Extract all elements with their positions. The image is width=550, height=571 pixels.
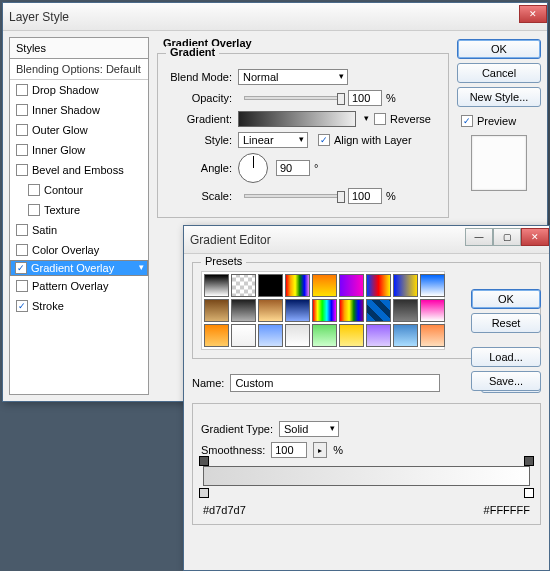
preset-swatch[interactable] <box>231 324 256 347</box>
style-checkbox[interactable] <box>16 104 28 116</box>
smoothness-step[interactable]: ▸ <box>313 442 327 458</box>
opacity-slider[interactable] <box>244 96 342 100</box>
style-item-label: Bevel and Emboss <box>32 164 124 176</box>
style-checkbox[interactable] <box>16 124 28 136</box>
style-checkbox[interactable] <box>28 204 40 216</box>
style-checkbox[interactable] <box>16 84 28 96</box>
angle-dial[interactable] <box>238 153 268 183</box>
scale-slider[interactable] <box>244 194 342 198</box>
gradient-editor-window: Gradient Editor — ▢ ✕ Presets OK Reset L… <box>183 225 550 571</box>
titlebar[interactable]: Layer Style ✕ <box>3 3 547 31</box>
style-item-drop-shadow[interactable]: Drop Shadow <box>10 80 148 100</box>
save-button[interactable]: Save... <box>471 371 541 391</box>
styles-list: Styles Blending Options: Default Drop Sh… <box>9 37 149 395</box>
scale-input[interactable]: 100 <box>348 188 382 204</box>
preset-swatch[interactable] <box>258 274 283 297</box>
color-stop-left[interactable] <box>199 488 209 498</box>
smoothness-input[interactable]: 100 <box>271 442 307 458</box>
blending-options-default[interactable]: Blending Options: Default <box>10 59 148 80</box>
style-checkbox[interactable] <box>16 164 28 176</box>
close-icon[interactable]: ✕ <box>521 228 549 246</box>
style-item-color-overlay[interactable]: Color Overlay <box>10 240 148 260</box>
preset-swatch[interactable] <box>420 299 445 322</box>
preset-swatch[interactable] <box>258 324 283 347</box>
angle-label: Angle: <box>166 162 238 174</box>
preset-swatch[interactable] <box>339 299 364 322</box>
preset-swatch[interactable] <box>393 274 418 297</box>
style-item-texture[interactable]: Texture <box>10 200 148 220</box>
preset-swatch[interactable] <box>231 299 256 322</box>
style-checkbox[interactable] <box>16 300 28 312</box>
name-input[interactable]: Custom <box>230 374 440 392</box>
style-select[interactable]: Linear <box>238 132 308 148</box>
presets-label: Presets <box>201 255 246 267</box>
scale-label: Scale: <box>166 190 238 202</box>
style-checkbox[interactable] <box>16 224 28 236</box>
preset-swatch[interactable] <box>339 274 364 297</box>
style-item-label: Texture <box>44 204 80 216</box>
preset-swatch[interactable] <box>339 324 364 347</box>
preset-swatch[interactable] <box>312 324 337 347</box>
preset-swatch[interactable] <box>393 299 418 322</box>
style-checkbox[interactable] <box>16 244 28 256</box>
style-item-outer-glow[interactable]: Outer Glow <box>10 120 148 140</box>
preset-swatch[interactable] <box>258 299 283 322</box>
opacity-stop-right[interactable] <box>524 456 534 466</box>
reverse-checkbox[interactable] <box>374 113 386 125</box>
styles-header[interactable]: Styles <box>10 38 148 59</box>
style-item-label: Satin <box>32 224 57 236</box>
preview-checkbox[interactable] <box>461 115 473 127</box>
style-item-gradient-overlay[interactable]: Gradient Overlay <box>10 260 148 276</box>
style-checkbox[interactable] <box>16 280 28 292</box>
color-stop-right[interactable] <box>524 488 534 498</box>
reset-button[interactable]: Reset <box>471 313 541 333</box>
preset-swatch[interactable] <box>204 324 229 347</box>
style-item-stroke[interactable]: Stroke <box>10 296 148 316</box>
preset-swatch[interactable] <box>312 274 337 297</box>
opacity-label: Opacity: <box>166 92 238 104</box>
gradient-bar[interactable] <box>203 466 530 486</box>
preset-swatch[interactable] <box>420 274 445 297</box>
gradient-swatch[interactable] <box>238 111 356 127</box>
ok-button[interactable]: OK <box>471 289 541 309</box>
cancel-button[interactable]: Cancel <box>457 63 541 83</box>
preset-swatch[interactable] <box>312 299 337 322</box>
style-checkbox[interactable] <box>28 184 40 196</box>
preset-swatch[interactable] <box>366 324 391 347</box>
maximize-icon[interactable]: ▢ <box>493 228 521 246</box>
titlebar[interactable]: Gradient Editor — ▢ ✕ <box>184 226 549 254</box>
style-item-bevel-and-emboss[interactable]: Bevel and Emboss <box>10 160 148 180</box>
preset-swatch[interactable] <box>366 299 391 322</box>
style-item-label: Gradient Overlay <box>31 262 114 274</box>
opacity-input[interactable]: 100 <box>348 90 382 106</box>
style-checkbox[interactable] <box>15 262 27 274</box>
preset-swatches <box>201 271 445 350</box>
style-item-pattern-overlay[interactable]: Pattern Overlay <box>10 276 148 296</box>
new-style-button[interactable]: New Style... <box>457 87 541 107</box>
preset-swatch[interactable] <box>420 324 445 347</box>
load-button[interactable]: Load... <box>471 347 541 367</box>
preset-swatch[interactable] <box>204 274 229 297</box>
preset-swatch[interactable] <box>285 299 310 322</box>
style-checkbox[interactable] <box>16 144 28 156</box>
align-checkbox[interactable] <box>318 134 330 146</box>
ok-button[interactable]: OK <box>457 39 541 59</box>
style-item-contour[interactable]: Contour <box>10 180 148 200</box>
style-item-inner-glow[interactable]: Inner Glow <box>10 140 148 160</box>
hex-right: #FFFFFF <box>484 504 530 516</box>
style-item-satin[interactable]: Satin <box>10 220 148 240</box>
minimize-icon[interactable]: — <box>465 228 493 246</box>
preset-swatch[interactable] <box>285 324 310 347</box>
angle-input[interactable]: 90 <box>276 160 310 176</box>
style-item-inner-shadow[interactable]: Inner Shadow <box>10 100 148 120</box>
opacity-stop-left[interactable] <box>199 456 209 466</box>
gradient-type-select[interactable]: Solid <box>279 421 339 437</box>
preset-swatch[interactable] <box>285 274 310 297</box>
preset-swatch[interactable] <box>366 274 391 297</box>
preset-swatch[interactable] <box>204 299 229 322</box>
preset-swatch[interactable] <box>231 274 256 297</box>
style-item-label: Drop Shadow <box>32 84 99 96</box>
blend-mode-select[interactable]: Normal <box>238 69 348 85</box>
preset-swatch[interactable] <box>393 324 418 347</box>
close-icon[interactable]: ✕ <box>519 5 547 23</box>
